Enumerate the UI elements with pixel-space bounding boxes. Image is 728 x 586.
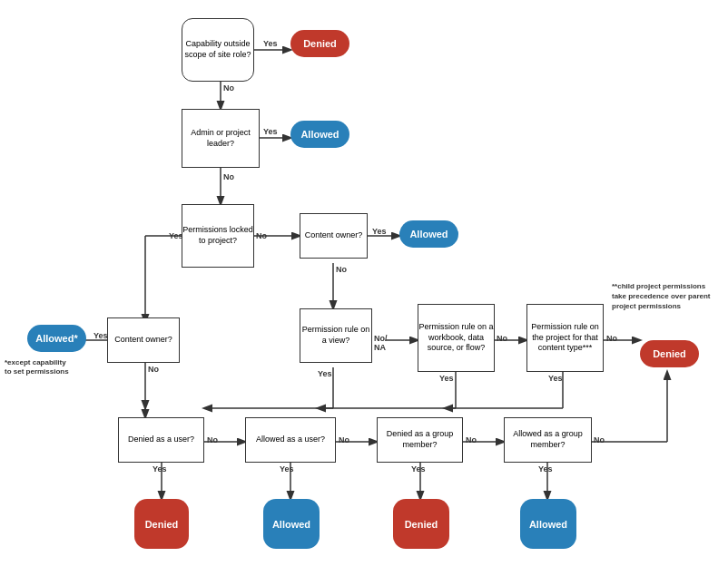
capability-node: Capability outside scope of site role?	[182, 18, 254, 82]
no-label-content1: No	[336, 265, 347, 274]
yes-label-content2: Yes	[93, 331, 108, 340]
no-label-content2: No	[148, 365, 159, 374]
admin-leader-node: Admin or project leader?	[182, 109, 260, 168]
denied-result-top: Denied	[290, 30, 349, 57]
no-label-capability: No	[223, 83, 234, 93]
perm-locked-node: Permissions locked to project?	[182, 204, 254, 268]
allowed-result-admin: Allowed	[290, 121, 349, 148]
yes-label-capability: Yes	[263, 39, 278, 48]
note-except: *except capabilityto set permissions	[5, 358, 86, 377]
denied-group-node: Denied as a group member?	[377, 417, 463, 463]
yes-label-denied-user: Yes	[152, 464, 167, 474]
perm-workbook-node: Permission rule on a workbook, data sour…	[418, 304, 495, 372]
denied-result-bottom3: Denied	[393, 499, 449, 549]
note-child: **child project permissionstake preceden…	[612, 281, 719, 312]
yes-label-admin: Yes	[263, 127, 278, 136]
no-label-allowed-user: No	[339, 435, 349, 444]
perm-project-node: Permission rule on the project for that …	[526, 304, 604, 372]
allowed-result-content1: Allowed	[399, 220, 458, 248]
no-label-allowed-group: No	[594, 435, 605, 444]
no-label-perm-workbook: No	[497, 334, 507, 343]
perm-view-node: Permission rule on a view?	[300, 308, 372, 363]
yes-label-allowed-user: Yes	[280, 464, 294, 474]
yes-label-perm-workbook: Yes	[439, 374, 454, 383]
denied-result-right: Denied	[640, 340, 699, 367]
allowed-result-content2: Allowed*	[27, 325, 86, 352]
no-label-admin: No	[223, 172, 234, 181]
yes-label-perm-project: Yes	[548, 374, 563, 383]
allowed-group-node: Allowed as a group member?	[504, 417, 592, 463]
no-label-denied-user: No	[207, 435, 218, 444]
denied-user-node: Denied as a user?	[118, 417, 204, 463]
no-label-perm-locked: No	[256, 231, 267, 240]
yes-label-denied-group: Yes	[411, 464, 426, 474]
allowed-result-bottom4: Allowed	[520, 499, 576, 549]
yes-label-perm-locked: Yes	[169, 231, 183, 240]
yes-label-allowed-group: Yes	[538, 464, 553, 474]
denied-result-bottom1: Denied	[134, 499, 189, 549]
no-label-perm-project: No	[606, 334, 617, 343]
diagram-container: Capability outside scope of site role? D…	[0, 0, 728, 586]
allowed-user-node: Allowed as a user?	[245, 417, 336, 463]
content-owner2-node: Content owner?	[107, 317, 180, 363]
yes-label-content1: Yes	[372, 227, 387, 236]
allowed-result-bottom2: Allowed	[263, 499, 320, 549]
content-owner1-node: Content owner?	[300, 213, 368, 259]
no-label-denied-group: No	[466, 435, 477, 444]
no-na-label-perm-view: No/NA	[374, 334, 388, 352]
yes-label-perm-view: Yes	[318, 369, 332, 378]
